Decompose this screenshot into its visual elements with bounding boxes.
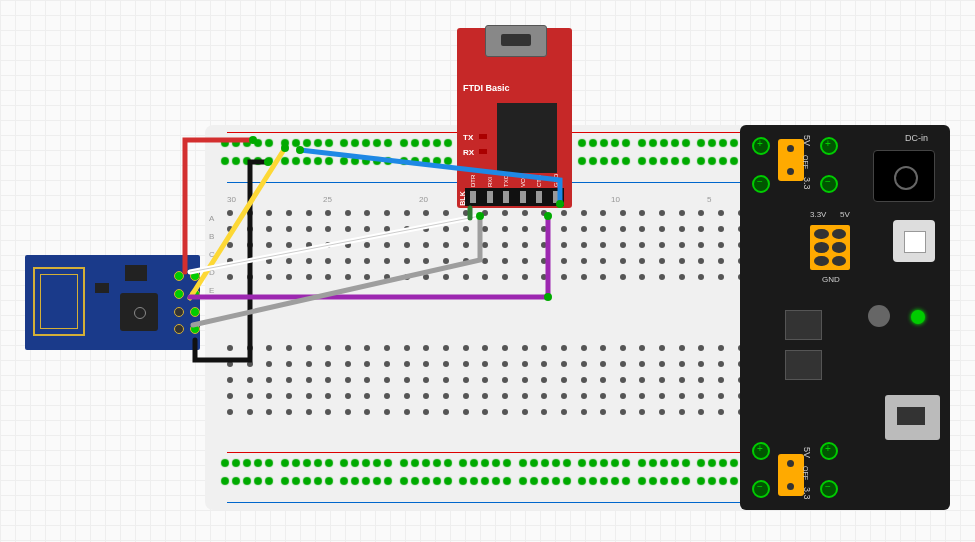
row-label: E <box>209 282 215 300</box>
ftdi-rx-led-label: RX <box>463 148 474 157</box>
col-label: 20 <box>419 195 428 204</box>
ftdi-pin-header <box>465 188 564 206</box>
col-label: 5 <box>707 195 711 204</box>
usb-a-port-icon[interactable] <box>885 395 940 440</box>
screw-minus-icon <box>752 480 770 498</box>
esp8266-module <box>25 255 200 350</box>
mini-usb-icon <box>485 25 547 57</box>
power-button[interactable] <box>893 220 935 262</box>
dc-barrel-jack-icon[interactable] <box>873 150 935 202</box>
wiring-diagram: A B C D E 30 25 20 15 10 5 1 <box>0 0 975 542</box>
header-3v3-label: 3.3V <box>810 210 826 219</box>
power-header[interactable] <box>810 225 850 270</box>
regulator-icon <box>785 350 822 380</box>
rail-5v-label: 5V <box>802 447 812 458</box>
potentiometer-icon[interactable] <box>868 305 890 327</box>
screw-minus-icon <box>820 175 838 193</box>
screw-minus-icon <box>820 480 838 498</box>
screw-plus-icon <box>820 137 838 155</box>
rail-off-label: OFF <box>802 466 809 480</box>
ftdi-name-label: FTDI Basic <box>463 83 510 93</box>
rail-3v3-label: 3.3 <box>802 487 812 500</box>
led-icon <box>479 149 487 154</box>
screw-minus-icon <box>752 175 770 193</box>
col-label: 25 <box>323 195 332 204</box>
rail-off-label: OFF <box>802 155 809 169</box>
power-supply-board: 5V OFF 3.3 DC-in 3.3V 5V GND 5V OFF 3.3 <box>740 125 950 510</box>
rail-3v3-label: 3.3 <box>802 177 812 190</box>
ftdi-board: FTDI Basic TX RX BLK DTR RXI TXO VCC CTS… <box>457 28 572 208</box>
header-5v-label: 5V <box>840 210 850 219</box>
chip-icon <box>125 265 147 281</box>
row-label: C <box>209 246 215 264</box>
led-icon <box>479 134 487 139</box>
col-label: 30 <box>227 195 236 204</box>
row-label: D <box>209 264 215 282</box>
screw-plus-icon <box>752 442 770 460</box>
ftdi-tx-led-label: TX <box>463 133 473 142</box>
screw-plus-icon <box>820 442 838 460</box>
voltage-jumper[interactable] <box>778 454 804 496</box>
screw-plus-icon <box>752 137 770 155</box>
esp-pin-header <box>174 271 196 336</box>
ftdi-chip-icon <box>497 103 557 173</box>
row-label: A <box>209 210 215 228</box>
voltage-jumper[interactable] <box>778 139 804 181</box>
breadboard-bottom-rail <box>217 450 813 505</box>
row-label: B <box>209 228 215 246</box>
antenna-icon <box>33 267 85 336</box>
breadboard-main: A B C D E 30 25 20 15 10 5 1 <box>217 195 813 440</box>
ftdi-pin-labels: DTR RXI TXO VCC CTS GND <box>465 180 564 186</box>
col-label: 10 <box>611 195 620 204</box>
chip-icon <box>95 283 109 293</box>
gnd-label: GND <box>822 275 840 284</box>
soc-chip-icon <box>120 293 158 331</box>
dc-in-label: DC-in <box>905 133 928 143</box>
rail-5v-label: 5V <box>802 135 812 146</box>
power-led-icon <box>911 310 925 324</box>
regulator-icon <box>785 310 822 340</box>
